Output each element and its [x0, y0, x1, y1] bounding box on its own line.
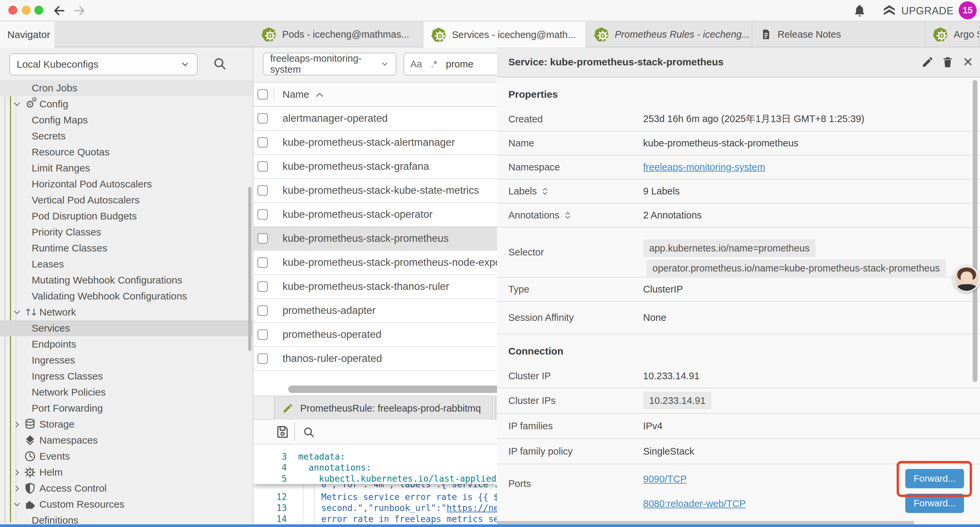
sidebar-item-runtime-classes[interactable]: Runtime Classes	[0, 240, 253, 256]
tab-argo[interactable]: Argo Se	[925, 21, 979, 47]
sidebar-item-port-forwarding[interactable]: Port Forwarding	[0, 400, 253, 416]
details-scrollbar[interactable]	[973, 80, 977, 382]
sidebar-item-cron-jobs[interactable]: Cron Jobs	[0, 80, 253, 96]
sidebar-item-network[interactable]: ↑↓Network	[0, 304, 253, 320]
row-checkbox[interactable]	[258, 113, 268, 124]
table-row[interactable]: kube-prometheus-stack-kube-state-metrics	[253, 179, 497, 203]
sidebar-scrollbar[interactable]	[248, 187, 251, 351]
tab-release[interactable]: Release Notes	[752, 21, 925, 47]
zoom-window-button[interactable]	[34, 6, 43, 15]
chevron-down-icon[interactable]	[13, 308, 21, 317]
sidebar-search-icon[interactable]	[212, 56, 228, 72]
sort-updown-icon[interactable]	[541, 187, 549, 196]
sort-asc-icon[interactable]	[315, 91, 323, 98]
edit-resource-button[interactable]	[921, 56, 934, 68]
row-checkbox[interactable]	[258, 306, 268, 316]
tab-prometheus[interactable]: Prometheus Rules - icecheng...	[586, 21, 752, 47]
sidebar-item-storage[interactable]: Storage	[0, 416, 253, 432]
sidebar-item-resource-quotas[interactable]: Resource Quotas	[0, 144, 253, 160]
sidebar-item-custom-resources[interactable]: Custom Resources	[0, 496, 253, 512]
row-checkbox[interactable]	[258, 282, 268, 292]
row-checkbox[interactable]	[258, 185, 268, 196]
table-row[interactable]: kube-prometheus-stack-prometheus-node-ex…	[253, 251, 497, 275]
delete-resource-button[interactable]	[941, 56, 954, 69]
sort-updown-icon[interactable]	[563, 211, 572, 220]
sidebar-item-validating-webhook-configurations[interactable]: Validating Webhook Configurations	[0, 288, 253, 304]
tab-pods[interactable]: Pods - icecheng@mathmas...	[253, 21, 423, 47]
sidebar-item-limit-ranges[interactable]: Limit Ranges	[0, 160, 253, 176]
chevron-right-icon[interactable]	[13, 420, 21, 428]
close-window-button[interactable]	[8, 6, 18, 15]
chevron-down-icon[interactable]	[13, 500, 21, 509]
sidebar-item-services[interactable]: Services	[0, 320, 253, 336]
sidebar-item-ingress-classes[interactable]: Ingress Classes	[0, 368, 253, 384]
code-link[interactable]: https://net	[447, 503, 497, 513]
horizontal-scrollbar[interactable]	[288, 385, 497, 393]
forward-button[interactable]: Forward...	[905, 494, 964, 513]
row-checkbox[interactable]	[258, 137, 268, 148]
sidebar-item-config[interactable]: ⚙⚙Config	[0, 96, 253, 112]
navigator-panel-tab[interactable]: Navigator	[0, 21, 54, 48]
row-checkbox[interactable]	[258, 209, 268, 220]
sidebar-item-network-policies[interactable]: Network Policies	[0, 384, 253, 400]
match-case-toggle[interactable]: Aa	[410, 59, 422, 70]
account-badge[interactable]: 15	[959, 2, 977, 19]
chevron-down-icon[interactable]	[13, 100, 21, 108]
table-row[interactable]: thanos-ruler-operated	[253, 347, 497, 371]
row-checkbox[interactable]	[258, 258, 268, 268]
namespace-link[interactable]: freeleaps-monitoring-system	[643, 162, 765, 172]
row-checkbox[interactable]	[258, 161, 268, 172]
chevron-right-icon[interactable]	[13, 468, 21, 477]
close-panel-button[interactable]: ✕	[961, 55, 975, 69]
save-icon[interactable]	[275, 425, 290, 439]
forward-button[interactable]: Forward...	[905, 469, 964, 488]
chevron-right-icon[interactable]	[13, 484, 21, 493]
sidebar-item-config-maps[interactable]: Config Maps	[0, 112, 253, 128]
sidebar-item-ingresses[interactable]: Ingresses	[0, 352, 253, 368]
back-arrow-icon[interactable]	[53, 4, 66, 18]
table-row[interactable]: prometheus-operated	[253, 323, 497, 347]
table-row[interactable]: kube-prometheus-stack-operator	[253, 203, 497, 227]
sidebar-item-events[interactable]: Events	[0, 448, 253, 464]
close-tab-icon[interactable]: ✕	[584, 29, 586, 41]
notifications-bell-icon[interactable]	[853, 3, 867, 18]
table-row[interactable]: kube-prometheus-stack-grafana	[253, 155, 497, 179]
sidebar-item-vertical-pod-autoscalers[interactable]: Vertical Pod Autoscalers	[0, 192, 253, 208]
name-column-header[interactable]: Name	[283, 89, 309, 100]
editor-tab-prometheusrule[interactable]: PrometheusRule: freeleaps-prod-rabbitmq	[274, 396, 493, 420]
sidebar-item-endpoints[interactable]: Endpoints	[0, 336, 253, 352]
upgrade-button[interactable]: UPGRADE	[901, 5, 954, 17]
table-row[interactable]: alertmanager-operated	[253, 107, 497, 131]
tree-label: Secrets	[32, 131, 66, 142]
editor-search-icon[interactable]	[302, 426, 315, 439]
sidebar-item-horizontal-pod-autoscalers[interactable]: Horizontal Pod Autoscalers	[0, 176, 253, 192]
minimize-window-button[interactable]	[22, 6, 31, 15]
yaml-editor[interactable]: 3metadata:4annotations:5kubectl.kubernet…	[253, 451, 497, 527]
sidebar-item-namespaces[interactable]: Namespaces	[0, 432, 253, 448]
port-link[interactable]: 8080:reloader-web/TCP	[643, 498, 746, 509]
row-checkbox[interactable]	[258, 353, 268, 364]
select-all-checkbox[interactable]	[258, 89, 268, 100]
sidebar-item-access-control[interactable]: Access Control	[0, 480, 253, 496]
table-row[interactable]: kube-prometheus-stack-thanos-ruler	[253, 275, 497, 299]
table-row[interactable]: prometheus-adapter	[253, 299, 497, 323]
name-filter-input[interactable]: Aa .* prome	[404, 53, 497, 75]
sidebar-item-mutating-webhook-configurations[interactable]: Mutating Webhook Configurations	[0, 272, 253, 288]
assistant-avatar[interactable]	[953, 266, 980, 292]
kubeconfig-select[interactable]: Local Kubeconfigs	[10, 53, 197, 75]
sidebar-item-priority-classes[interactable]: Priority Classes	[0, 224, 253, 240]
tab-services[interactable]: Services - icecheng@math...✕	[423, 21, 586, 48]
sidebar-item-pod-disruption-budgets[interactable]: Pod Disruption Budgets	[0, 208, 253, 224]
table-row[interactable]: kube-prometheus-stack-alertmanager	[253, 131, 497, 155]
sidebar-item-leases[interactable]: Leases	[0, 256, 253, 272]
forward-arrow-icon[interactable]	[73, 4, 86, 18]
editor-tab-partial[interactable]	[495, 396, 497, 420]
row-checkbox[interactable]	[258, 234, 268, 244]
regex-toggle[interactable]: .*	[431, 59, 437, 70]
port-link[interactable]: 9090/TCP	[643, 474, 687, 484]
namespace-select[interactable]: freeleaps-monitoring-system	[263, 53, 396, 75]
table-row[interactable]: kube-prometheus-stack-prometheus	[253, 227, 497, 251]
sidebar-item-helm[interactable]: Helm	[0, 464, 253, 480]
row-checkbox[interactable]	[258, 330, 268, 340]
sidebar-item-secrets[interactable]: Secrets	[0, 128, 253, 144]
